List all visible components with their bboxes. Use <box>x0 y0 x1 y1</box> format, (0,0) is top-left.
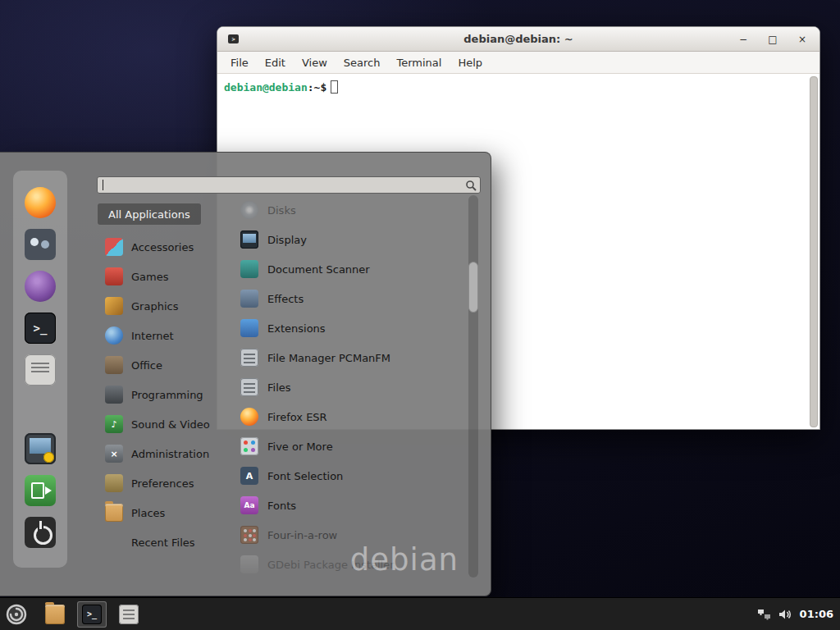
application-label: File Manager PCManFM <box>267 352 390 364</box>
taskbar-files[interactable] <box>114 601 144 628</box>
drawer-icon <box>240 378 258 396</box>
category-item[interactable]: Preferences <box>97 468 202 498</box>
magnifier-icon <box>465 180 477 191</box>
menubar-item[interactable]: File <box>222 54 257 71</box>
category-item[interactable]: Programming <box>97 380 212 409</box>
display-warning-icon <box>25 433 56 464</box>
grid-icon <box>240 526 258 544</box>
application-label: Five or More <box>267 441 333 453</box>
network-icon[interactable] <box>758 609 770 620</box>
category-item[interactable]: All Applications <box>97 203 202 226</box>
dots-icon <box>240 437 258 455</box>
session-shut-down[interactable] <box>25 517 56 548</box>
application-item[interactable]: Display <box>234 225 467 254</box>
close-button[interactable]: × <box>797 27 808 52</box>
administration-icon: × <box>105 445 123 463</box>
favorite-firefox[interactable] <box>25 187 56 218</box>
application-item[interactable]: Effects <box>234 284 467 313</box>
category-item[interactable]: Internet <box>97 321 182 350</box>
favorite-terminal[interactable]: >_ <box>25 313 56 344</box>
disk-icon <box>240 201 258 219</box>
prompt-user-host: debian@debian <box>224 81 308 94</box>
minimize-button[interactable]: − <box>737 27 749 52</box>
terminal-menubar: File Edit View Search Terminal Help <box>217 52 819 74</box>
terminal-scrollbar[interactable] <box>810 76 818 427</box>
application-item[interactable]: Aa Fonts <box>234 491 467 520</box>
favorite-text-editor[interactable] <box>25 354 56 386</box>
category-label: Programming <box>131 389 203 401</box>
category-item[interactable]: Office <box>97 350 171 380</box>
category-item[interactable]: Accessories <box>97 232 202 262</box>
internet-icon <box>105 326 123 345</box>
menubar-item[interactable]: Terminal <box>388 54 450 71</box>
application-item[interactable]: Four-in-a-row <box>234 520 467 550</box>
terminal-dark-icon: >_ <box>25 313 56 344</box>
application-label: Document Scanner <box>267 263 370 276</box>
graphics-icon <box>105 297 123 315</box>
menubar-item[interactable]: View <box>294 54 336 71</box>
application-label: Extensions <box>267 322 326 335</box>
menu-scrollbar[interactable] <box>468 195 478 578</box>
application-label: Display <box>267 234 307 246</box>
terminal-scrollbar-thumb[interactable] <box>810 76 818 427</box>
taskbar-file-manager[interactable] <box>40 601 70 628</box>
terminal-titlebar[interactable]: > debian@debian: ~ − □ × <box>217 27 819 52</box>
fonts-icon: Aa <box>240 496 258 514</box>
prompt-path: :~$ <box>308 81 326 94</box>
volume-icon[interactable] <box>778 609 792 620</box>
menu-search-box[interactable] <box>97 176 481 194</box>
application-label: Firefox ESR <box>267 411 327 423</box>
search-input[interactable] <box>101 177 462 193</box>
category-label: Sound & Video <box>131 418 210 431</box>
window-buttons: − □ × <box>737 27 819 52</box>
menubar-item[interactable]: Search <box>336 54 389 71</box>
system-tray: 01:06 <box>758 608 840 620</box>
category-label: All Applications <box>108 208 190 221</box>
menu-scrollbar-thumb[interactable] <box>468 262 478 313</box>
category-item[interactable]: Games <box>97 262 176 291</box>
application-item[interactable]: Five or More <box>234 431 467 461</box>
extensions-icon <box>240 319 258 337</box>
taskbar-terminal[interactable]: >_ <box>77 601 107 628</box>
docs-icon <box>25 354 56 386</box>
menubar-item[interactable]: Help <box>450 54 491 71</box>
category-item[interactable]: × Administration <box>97 439 217 468</box>
session-display-settings[interactable] <box>25 433 56 464</box>
category-item[interactable]: ♪ Sound & Video <box>97 409 218 439</box>
application-label: Font Selection <box>267 470 343 482</box>
application-item[interactable]: File Manager PCManFM <box>234 343 467 372</box>
session-log-out[interactable] <box>25 475 56 506</box>
application-item[interactable]: Document Scanner <box>234 254 467 284</box>
terminal-window-icon: > <box>228 34 239 43</box>
terminal-dark-icon: >_ <box>82 605 102 624</box>
screen-icon <box>240 231 258 249</box>
category-label: Places <box>131 507 165 519</box>
category-label: Games <box>131 271 168 283</box>
docs-icon <box>119 605 139 624</box>
menu-button[interactable] <box>0 598 33 630</box>
accessories-icon <box>105 238 123 256</box>
category-item[interactable]: Places <box>97 498 173 527</box>
application-item[interactable]: Disks <box>234 195 467 225</box>
font-selection-icon: A <box>240 467 258 485</box>
application-label: GDebi Package Installer <box>267 559 395 571</box>
application-item[interactable]: Files <box>234 372 467 402</box>
programming-icon <box>105 386 123 404</box>
category-label: Internet <box>131 330 174 342</box>
terminal-title: debian@debian: ~ <box>217 33 819 45</box>
menubar-item[interactable]: Edit <box>257 54 294 71</box>
terminal-cursor <box>331 80 338 94</box>
application-item[interactable]: GDebi Package Installer <box>234 550 467 578</box>
favorite-user-accounts[interactable] <box>25 229 56 260</box>
category-item[interactable]: Graphics <box>97 291 186 321</box>
maximize-button[interactable]: □ <box>767 27 778 52</box>
shutdown-icon <box>25 517 56 548</box>
logout-icon <box>25 475 56 506</box>
application-item[interactable]: Extensions <box>234 313 467 343</box>
scanner-icon <box>240 260 258 278</box>
application-item[interactable]: A Font Selection <box>234 461 467 491</box>
category-label: Preferences <box>131 477 194 490</box>
category-item[interactable]: Recent Files <box>97 527 203 557</box>
favorite-messenger[interactable] <box>25 271 56 302</box>
application-item[interactable]: Firefox ESR <box>234 402 467 431</box>
